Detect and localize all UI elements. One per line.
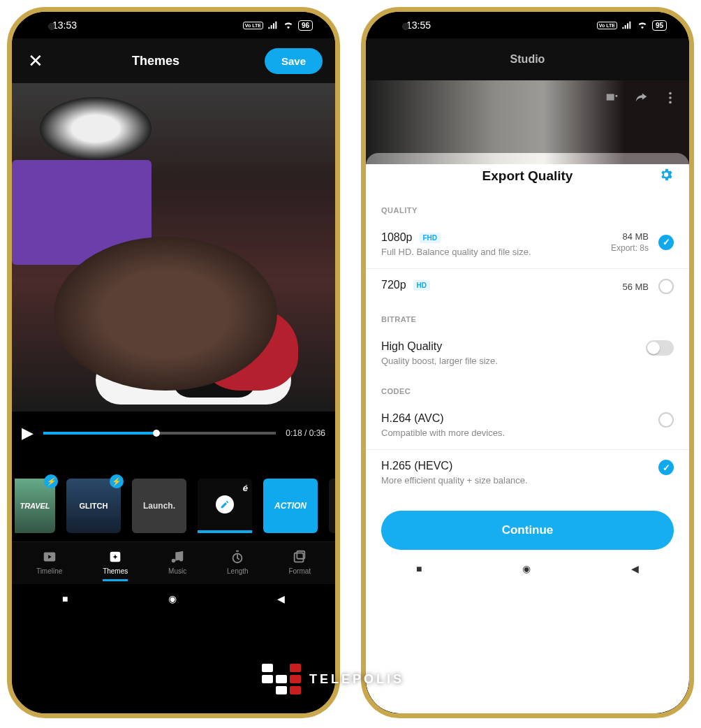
theme-travel[interactable]: ⚡ TRAVEL (15, 479, 55, 533)
android-navbar: ■ ◉ ◀ (366, 554, 689, 583)
wifi-icon (637, 20, 648, 31)
export-time: Export: 8s (611, 243, 649, 253)
wifi-icon (283, 20, 294, 31)
filesize: 84 MB (622, 231, 649, 242)
battery-icon: 96 (298, 20, 313, 31)
theme-cafe[interactable]: é (198, 479, 252, 533)
theme-list: ⚡ TRAVEL ⚡ GLITCH Launch. é ACTION (12, 463, 335, 541)
timeline-icon (42, 549, 57, 565)
hd-badge: HD (413, 280, 430, 291)
music-icon (170, 549, 185, 565)
timecode: 0:18 / 0:36 (286, 428, 325, 438)
export-sheet: Export Quality QUALITY 1080p FHD Full HD… (366, 153, 689, 713)
toggle-off[interactable] (646, 340, 674, 356)
quality-option-1080p[interactable]: 1080p FHD Full HD. Balance quality and f… (366, 221, 689, 269)
camera-notch (402, 23, 409, 30)
theme-action[interactable]: ACTION (263, 479, 318, 533)
vo-lte-icon: Vo LTE (597, 22, 617, 29)
nav-recents-icon[interactable]: ■ (62, 593, 68, 604)
format-icon (292, 549, 307, 565)
continue-button[interactable]: Continue (381, 511, 674, 550)
radio-unchecked-icon[interactable] (658, 279, 674, 294)
android-navbar: ■ ◉ ◀ (12, 584, 335, 613)
phone-right: 13:55 Vo LTE 95 Studio Export Quality (361, 7, 694, 718)
status-right: Vo LTE 95 (597, 20, 667, 31)
section-codec-label: CODEC (366, 377, 689, 402)
tab-music[interactable]: Music (168, 549, 186, 581)
signal-icon (267, 20, 279, 31)
camera-notch (48, 23, 55, 30)
svg-point-7 (669, 101, 672, 104)
radio-checked-icon[interactable] (658, 460, 674, 475)
svg-point-6 (669, 96, 672, 99)
progress-bar[interactable] (43, 432, 276, 435)
tab-themes[interactable]: Themes (103, 549, 128, 581)
codec-option-h265[interactable]: H.265 (HEVC) More efficient quality + si… (366, 450, 689, 497)
save-button[interactable]: Save (265, 48, 323, 74)
status-time: 13:53 (52, 20, 77, 31)
watermark-logo-icon (262, 664, 301, 694)
theme-launch[interactable]: Launch. (132, 479, 186, 533)
nav-home-icon[interactable]: ◉ (522, 563, 531, 574)
section-bitrate-label: BITRATE (366, 305, 689, 330)
play-icon[interactable]: ▶ (22, 424, 34, 442)
bolt-icon: ⚡ (44, 474, 58, 488)
close-icon[interactable]: ✕ (24, 50, 47, 72)
svg-point-5 (669, 92, 672, 95)
codec-option-h264[interactable]: H.264 (AVC) Compatible with more devices… (366, 402, 689, 450)
tab-format[interactable]: Format (288, 549, 311, 581)
theme-more[interactable] (329, 479, 335, 533)
share-icon[interactable] (633, 90, 649, 105)
page-title: Themes (132, 54, 179, 68)
nav-back-icon[interactable]: ◀ (631, 563, 639, 574)
status-bar: 13:53 Vo LTE 96 (12, 12, 335, 38)
sparkle-icon (108, 549, 123, 565)
bitrate-option[interactable]: High Quality Quality boost, larger file … (366, 330, 689, 377)
fhd-badge: FHD (420, 233, 441, 243)
radio-unchecked-icon[interactable] (658, 412, 674, 428)
bolt-icon: ⚡ (110, 474, 124, 488)
theme-glitch[interactable]: ⚡ GLITCH (66, 479, 121, 533)
sheet-title: Export Quality (482, 168, 573, 184)
status-right: Vo LTE 96 (243, 20, 313, 31)
watermark: TELEPOLIS (262, 664, 404, 694)
radio-checked-icon[interactable] (658, 235, 674, 250)
vo-lte-icon: Vo LTE (243, 22, 263, 29)
pencil-icon (216, 495, 234, 514)
phone-left: 13:53 Vo LTE 96 ✕ Themes Save ▶ (7, 7, 340, 718)
nav-back-icon[interactable]: ◀ (277, 593, 285, 604)
studio-title: Studio (366, 38, 689, 80)
quality-option-720p[interactable]: 720p HD 56 MB (366, 269, 689, 305)
watermark-text: TELEPOLIS (309, 672, 404, 687)
tab-length[interactable]: Length (227, 549, 249, 581)
nav-recents-icon[interactable]: ■ (416, 563, 422, 574)
signal-icon (621, 20, 633, 31)
studio-preview (366, 80, 689, 164)
section-quality-label: QUALITY (366, 196, 689, 221)
app-header: ✕ Themes Save (12, 38, 335, 83)
player-controls: ▶ 0:18 / 0:36 (12, 412, 335, 463)
tab-timeline[interactable]: Timeline (36, 549, 62, 581)
gear-icon[interactable] (658, 167, 674, 185)
nav-home-icon[interactable]: ◉ (168, 593, 177, 604)
battery-icon: 95 (652, 20, 667, 31)
filesize: 56 MB (622, 282, 649, 292)
svg-rect-3 (295, 553, 304, 562)
bottom-tabs: Timeline Themes Music Length Format (12, 541, 335, 584)
stopwatch-icon (230, 549, 245, 565)
progress-knob[interactable] (153, 430, 160, 437)
add-to-library-icon[interactable] (604, 90, 619, 105)
status-time: 13:55 (406, 20, 431, 31)
more-icon[interactable] (663, 90, 678, 105)
video-preview[interactable] (12, 83, 335, 412)
theme-cafe-label: é (243, 483, 248, 493)
status-bar: 13:55 Vo LTE 95 (366, 12, 689, 38)
